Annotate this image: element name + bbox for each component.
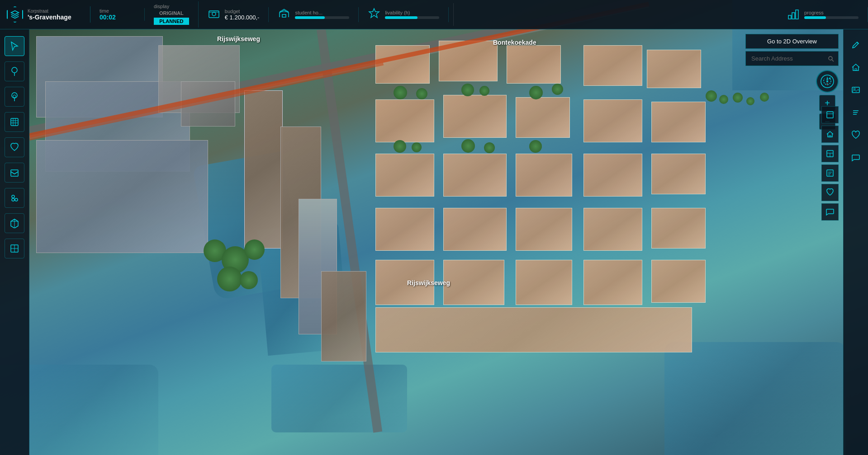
svg-point-1: [212, 12, 216, 16]
budget-label: budget: [225, 9, 260, 14]
livability-label: livability (h): [385, 10, 439, 15]
svg-rect-40: [829, 136, 831, 137]
student-bar: [295, 16, 325, 19]
svg-rect-13: [11, 118, 18, 126]
time-value: 00:02: [100, 14, 135, 21]
svg-rect-5: [788, 15, 791, 19]
svg-line-35: [832, 60, 834, 61]
svg-rect-44: [827, 170, 833, 176]
display-original-btn[interactable]: ORIGINAL: [154, 9, 189, 17]
svg-point-20: [15, 198, 18, 201]
student-label: student ho...: [295, 10, 349, 15]
progress-icon: [787, 7, 800, 22]
divider: [453, 3, 454, 26]
top-right-controls: Go to 2D Overview: [745, 34, 839, 66]
time-label: time: [100, 8, 135, 14]
livability-section: livability (h): [359, 7, 449, 22]
livability-bar-container: [385, 16, 439, 19]
search-address-input[interactable]: [746, 52, 827, 66]
sidebar-item-layers[interactable]: [5, 112, 24, 132]
budget-section: budget € 1.200.000,-: [199, 7, 269, 22]
map-tool-pencil[interactable]: [821, 106, 839, 123]
app-logo: [7, 6, 23, 23]
svg-point-19: [12, 195, 14, 198]
display-label: display: [154, 4, 189, 9]
left-sidebar: [0, 29, 29, 455]
svg-marker-4: [369, 9, 379, 18]
go-2d-button[interactable]: Go to 2D Overview: [745, 34, 839, 49]
sidebar-item-favorite[interactable]: [5, 137, 24, 157]
svg-point-34: [829, 56, 832, 60]
progress-label: progress: [804, 10, 859, 15]
map-tool-heart[interactable]: [821, 184, 839, 201]
svg-point-37: [826, 80, 828, 82]
progress-bar: [804, 16, 826, 19]
map-label-rijswijkseweg1: Rijswijkseweg: [217, 35, 260, 42]
sidebar-item-tree1[interactable]: [5, 61, 24, 81]
city-logo-section: Korpstraat 's-Gravenhage: [0, 6, 90, 23]
city-info: Korpstraat 's-Gravenhage: [28, 9, 71, 21]
display-planned-btn[interactable]: PLANNED: [154, 18, 189, 25]
budget-icon: [208, 7, 220, 22]
right-sidebar: [843, 29, 868, 455]
progress-info: progress: [804, 10, 859, 19]
budget-value: € 1.200.000,-: [225, 14, 260, 21]
top-bar: Korpstraat 's-Gravenhage time 00:02 disp…: [0, 0, 868, 29]
map-tool-home[interactable]: [821, 126, 839, 143]
map-tool-text[interactable]: [821, 164, 839, 182]
svg-line-27: [857, 42, 859, 44]
student-info: student ho...: [295, 10, 349, 19]
street-label: Korpstraat: [28, 9, 71, 14]
right-sidebar-text[interactable]: [847, 104, 864, 121]
right-sidebar-edit[interactable]: [847, 36, 864, 53]
right-sidebar-home[interactable]: [847, 59, 864, 76]
map-tool-layout[interactable]: [821, 145, 839, 162]
search-container: [745, 51, 839, 66]
city-name: 's-Gravenhage: [28, 14, 71, 21]
map-tool-chat[interactable]: [821, 203, 839, 220]
sidebar-item-package[interactable]: [5, 213, 24, 233]
right-sidebar-chat[interactable]: [847, 149, 864, 166]
progress-section: progress: [778, 7, 868, 22]
display-section: display ORIGINAL PLANNED: [145, 1, 199, 28]
map-tools: [821, 106, 839, 220]
livability-bar: [385, 16, 417, 19]
svg-point-11: [13, 95, 16, 98]
svg-rect-38: [827, 112, 833, 118]
sidebar-item-tree2[interactable]: [5, 87, 24, 107]
livability-info: livability (h): [385, 10, 439, 19]
svg-point-21: [12, 198, 14, 201]
sidebar-item-objects[interactable]: [5, 188, 24, 208]
livability-icon: [368, 7, 380, 22]
student-bar-container: [295, 16, 349, 19]
svg-rect-18: [11, 170, 18, 176]
svg-point-8: [12, 67, 17, 73]
progress-bar-container: [804, 16, 859, 19]
map-background[interactable]: Rijswijkseweg Bontekoekade Rijswijkseweg: [0, 0, 868, 455]
time-section: time 00:02: [90, 8, 145, 21]
svg-rect-6: [792, 13, 795, 19]
right-sidebar-heart[interactable]: [847, 127, 864, 144]
sidebar-item-inbox[interactable]: [5, 163, 24, 183]
svg-point-10: [12, 93, 17, 98]
search-icon: [827, 55, 835, 62]
student-section: student ho...: [269, 7, 359, 22]
compass-button[interactable]: [816, 70, 839, 93]
budget-info: budget € 1.200.000,-: [225, 9, 260, 21]
right-sidebar-image[interactable]: [847, 81, 864, 99]
sidebar-item-grid[interactable]: [5, 239, 24, 258]
svg-rect-7: [796, 10, 798, 19]
svg-rect-3: [282, 14, 286, 17]
sidebar-item-cursor[interactable]: [5, 36, 24, 56]
student-icon: [278, 7, 290, 22]
